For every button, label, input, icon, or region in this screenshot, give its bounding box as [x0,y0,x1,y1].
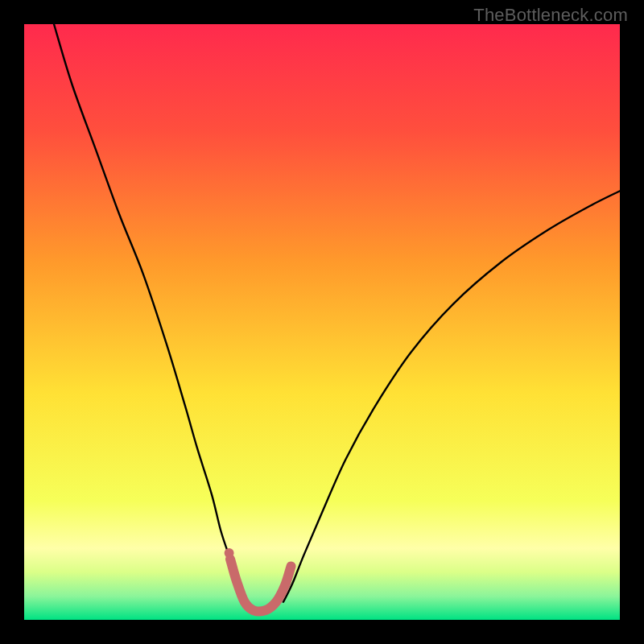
watermark-text: TheBottleneck.com [473,5,628,26]
chart-frame [24,24,620,620]
curve-left-branch [54,24,246,602]
curve-right-branch [283,191,620,602]
valley-marker-dot [225,548,234,558]
valley-highlight [230,559,291,612]
chart-plot [24,24,620,620]
